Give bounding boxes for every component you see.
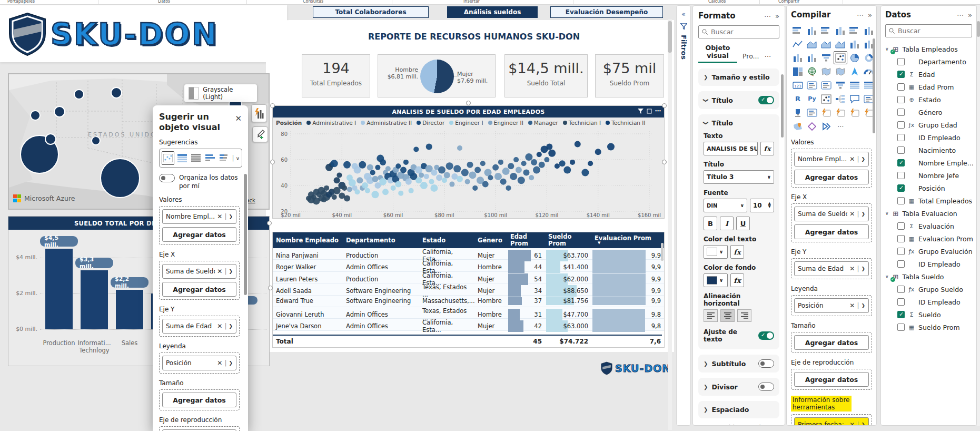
table-scrollbar[interactable]: [661, 243, 664, 261]
gender-donut-chart[interactable]: [420, 60, 454, 93]
build-pane-scrollbar[interactable]: [873, 38, 875, 133]
subtitulo-toggle[interactable]: [758, 359, 774, 368]
field-pill[interactable]: Posición✕|❯: [794, 298, 869, 313]
bar[interactable]: [45, 249, 73, 329]
field-item[interactable]: ▦ Sueldo Prom: [885, 321, 972, 334]
expand-field-icon[interactable]: ❯: [861, 422, 865, 426]
visual-icon-paginated[interactable]: [805, 106, 819, 119]
visual-icon-funnel[interactable]: [819, 51, 833, 64]
field-item[interactable]: ▦ Total Empleados: [885, 194, 972, 207]
add-data-button[interactable]: Agregar datos: [162, 227, 236, 242]
field-checkbox[interactable]: [897, 83, 905, 91]
visual-icon-histogram[interactable]: [805, 51, 819, 64]
kpi-sueldo-prom[interactable]: $75 mil Sueldo Prom: [595, 54, 664, 97]
field-checkbox[interactable]: [897, 248, 905, 255]
expand-field-icon[interactable]: ❯: [229, 324, 233, 329]
field-pill[interactable]: Suma de Edad✕|❯: [162, 319, 236, 334]
field-pill[interactable]: Suma de Edad✕|❯: [794, 261, 869, 276]
align-center-button[interactable]: [720, 309, 735, 322]
field-checkbox[interactable]: [897, 184, 905, 192]
canvas-scrollbar[interactable]: [668, 19, 672, 430]
visual-icon-treemap[interactable]: [791, 65, 805, 78]
suggestion-table-icon[interactable]: [176, 151, 189, 165]
suggestion-matrix-icon[interactable]: [190, 151, 203, 165]
table-node[interactable]: ∨ ⊞ Tabla Evaluacion: [885, 207, 972, 220]
kpi-donut-genero[interactable]: Hombre$6,81 mill. Mujer$7,69 mill.: [378, 54, 496, 97]
bar[interactable]: [81, 270, 108, 329]
table-row[interactable]: Roger WalkerAdmin OfficesCalifornia, Est…: [273, 260, 664, 271]
chevron-down-icon[interactable]: ∨: [885, 274, 889, 279]
window-scrollbar[interactable]: [977, 5, 980, 426]
table-row[interactable]: Jene'va DarsonAdmin OfficesCalifornia, E…: [273, 319, 664, 330]
expand-field-icon[interactable]: ❯: [861, 211, 865, 217]
visual-icon-map-globe[interactable]: [805, 65, 819, 78]
field-checkbox[interactable]: [897, 172, 905, 179]
selection-handle[interactable]: [268, 286, 273, 290]
visual-icon-ribbon[interactable]: [834, 37, 847, 51]
italic-button[interactable]: I: [720, 217, 734, 230]
field-item[interactable]: ID Empleado: [885, 258, 972, 270]
selection-handle[interactable]: [662, 103, 667, 108]
visual-icon-multirow-card[interactable]: [805, 79, 819, 92]
suggestion-stacked-bar-icon[interactable]: [218, 151, 231, 165]
tab-objeto-visual[interactable]: Objeto visual: [698, 44, 737, 63]
filters-pane-collapsed[interactable]: « Filtros: [676, 5, 691, 426]
text-color-picker[interactable]: ∨: [704, 245, 728, 259]
suggestion-scatter-icon[interactable]: [162, 151, 174, 165]
dialog-scrollbar[interactable]: [244, 174, 247, 295]
align-left-button[interactable]: [704, 309, 718, 322]
background-color-picker[interactable]: ∨: [704, 273, 728, 287]
font-size-stepper[interactable]: 10▲▼: [750, 199, 774, 212]
visual-icon-azure-map[interactable]: [848, 65, 862, 78]
field-pill[interactable]: Primera fecha:...✕|❯: [794, 417, 869, 426]
table-visual[interactable]: Nombre EmpleadoDepartamentoEstadoGéneroE…: [272, 232, 665, 348]
visual-icon-decomp-tree[interactable]: [834, 92, 847, 105]
fx-button[interactable]: fx: [730, 273, 744, 287]
table-row[interactable]: Lauren PetersProductionCalifornia, Esta.…: [273, 272, 664, 283]
visual-icon-kpi[interactable]: [819, 79, 833, 92]
visual-icon-line[interactable]: [791, 37, 805, 51]
expand-field-icon[interactable]: ❯: [229, 360, 233, 366]
visual-icon-powerapps[interactable]: [805, 120, 819, 133]
visual-icon-pct-column[interactable]: [862, 24, 876, 37]
format-brush-button[interactable]: [252, 126, 268, 142]
visual-icon-area[interactable]: [805, 37, 819, 51]
remove-field-icon[interactable]: ✕: [849, 421, 855, 426]
expand-field-icon[interactable]: ❯: [229, 269, 233, 274]
table-header[interactable]: Nombre EmpleadoDepartamentoEstadoGéneroE…: [273, 232, 664, 248]
field-checkbox[interactable]: [897, 109, 905, 116]
field-checkbox[interactable]: [897, 324, 905, 331]
visual-icon-more[interactable]: ⋯: [834, 120, 847, 133]
selection-handle[interactable]: [267, 221, 272, 226]
section-divisor[interactable]: ❯Divisor: [698, 378, 779, 396]
visual-icon-waterfall[interactable]: [791, 51, 805, 64]
format-pane-scrollbar[interactable]: [781, 74, 784, 138]
add-data-button[interactable]: Agregar datos: [794, 335, 869, 350]
visual-icon-shape-map[interactable]: [834, 65, 847, 78]
add-data-button[interactable]: Agregar datos: [794, 224, 869, 239]
bar[interactable]: [116, 290, 143, 329]
more-options-icon[interactable]: ⋯: [764, 12, 771, 20]
tab-more-icon[interactable]: ⋯: [765, 52, 771, 63]
fx-button[interactable]: fx: [730, 245, 744, 259]
page-tab-análisis-sueldos[interactable]: Análisis sueldos: [447, 6, 538, 18]
field-pill[interactable]: Posición✕|❯: [162, 356, 236, 370]
expand-field-icon[interactable]: ❯: [229, 214, 233, 219]
visual-icon-automate3[interactable]: [848, 106, 862, 119]
visual-icon-stacked-column[interactable]: [805, 24, 819, 37]
kpi-total-empleados[interactable]: 194 Total Empleados: [302, 54, 370, 97]
visual-icon-pct-bar[interactable]: [848, 24, 862, 37]
section-titulo-header[interactable]: ❯Título: [698, 91, 779, 109]
visual-icon-automate2[interactable]: [834, 106, 847, 119]
selection-handle[interactable]: [270, 160, 275, 164]
field-checkbox[interactable]: [897, 260, 905, 268]
chevron-down-icon[interactable]: ∨: [885, 46, 889, 52]
remove-field-icon[interactable]: ✕: [849, 302, 855, 309]
field-item[interactable]: ▦ Evaluacion Prom: [885, 232, 972, 245]
collapse-pane-icon[interactable]: »: [775, 12, 779, 20]
data-search[interactable]: [885, 24, 972, 37]
word-wrap-toggle[interactable]: [758, 331, 774, 340]
field-item[interactable]: Nombre Emple...: [885, 156, 972, 169]
field-checkbox[interactable]: [897, 235, 905, 242]
table-row[interactable]: Edward TrueSoftware EngineeringMassachus…: [273, 296, 664, 307]
